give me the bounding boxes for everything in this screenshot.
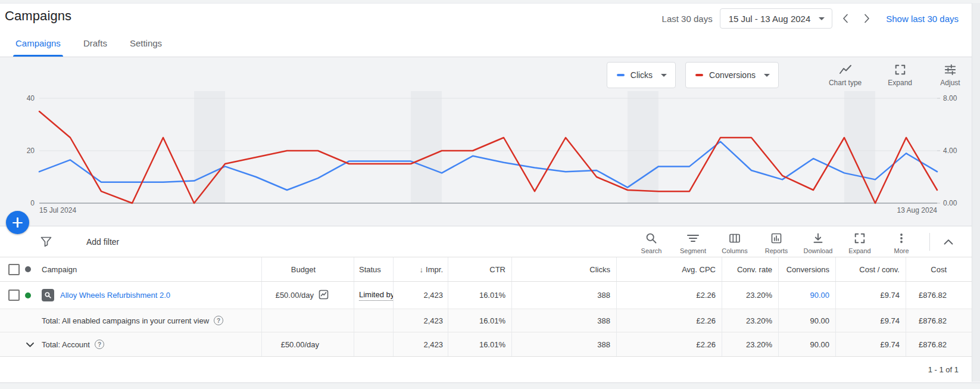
toolbar-label: Download <box>804 247 833 254</box>
column-header-budget[interactable]: Budget <box>261 257 354 281</box>
row-checkbox-cell <box>0 282 21 309</box>
tune-icon <box>944 64 956 76</box>
total-account-avg-cpc: £2.26 <box>616 332 722 356</box>
sort-descending-icon: ↓ <box>420 265 424 274</box>
toolbar-label: Search <box>641 247 662 254</box>
campaign-name-cell: Alloy Wheels Refurbishment 2.0 <box>42 282 261 309</box>
show-last-30-days-link[interactable]: Show last 30 days <box>886 14 959 24</box>
row-checkbox[interactable] <box>8 290 20 301</box>
left-axis-tick-label: 0 <box>30 199 35 207</box>
chart-type-button[interactable]: Chart type <box>829 64 862 87</box>
total-account-impr: 2,423 <box>393 332 448 356</box>
segment-button[interactable]: Segment <box>676 230 710 254</box>
metric-selector-label: Conversions <box>709 70 756 80</box>
help-icon[interactable] <box>214 316 223 325</box>
conversions-series-swatch <box>695 74 703 76</box>
help-icon[interactable] <box>95 340 104 349</box>
reports-button[interactable]: Reports <box>759 230 794 254</box>
total-view-impr: 2,423 <box>393 309 448 332</box>
more-button[interactable]: More <box>884 230 919 254</box>
metric-selector-clicks[interactable]: Clicks <box>607 62 676 88</box>
tab-settings[interactable]: Settings <box>129 32 163 57</box>
page-title: Campaigns <box>5 8 71 24</box>
date-range-picker[interactable]: 15 Jul - 13 Aug 2024 <box>720 8 833 29</box>
chevron-down-icon <box>661 74 667 77</box>
total-view-conv-rate: 23.20% <box>722 309 778 332</box>
column-header-avg-cpc[interactable]: Avg. CPC <box>616 257 722 281</box>
next-period-button[interactable] <box>859 9 875 28</box>
chart-tool-label: Chart type <box>829 79 862 87</box>
column-header-cost[interactable]: Cost <box>906 257 953 281</box>
vertical-scrollbar-track[interactable] <box>972 3 980 382</box>
conversions-link[interactable]: 90.00 <box>810 291 829 300</box>
time-series-chart[interactable]: 402008.004.000.0015 Jul 202413 Aug 2024 <box>0 84 980 226</box>
expand-account-total-button[interactable] <box>21 332 42 356</box>
total-account-budget: £50.00/day <box>261 332 354 356</box>
clicks-series-swatch <box>617 74 625 76</box>
total-account-clicks: 388 <box>511 332 616 356</box>
chart-adjust-button[interactable]: Adjust <box>938 64 962 87</box>
total-account-conversions: 90.00 <box>778 332 835 356</box>
total-view-avg-cpc: £2.26 <box>616 309 722 332</box>
chart-expand-button[interactable]: Expand <box>888 64 912 87</box>
column-header-campaign[interactable]: Campaign <box>42 257 261 281</box>
cost-cell: £876.82 <box>906 282 953 309</box>
campaign-name-link[interactable]: Alloy Wheels Refurbishment 2.0 <box>60 291 170 300</box>
header-checkbox-cell <box>0 257 21 281</box>
date-range-controls: Last 30 days 15 Jul - 13 Aug 2024 Show l… <box>662 8 959 29</box>
horizontal-scrollbar-track[interactable] <box>0 382 980 389</box>
right-axis-tick-label: 0.00 <box>943 199 957 207</box>
clicks-series-line <box>39 142 937 190</box>
column-header-impr[interactable]: ↓Impr. <box>393 257 448 281</box>
add-filter-button[interactable]: Add filter <box>86 237 119 247</box>
budget-value: £50.00/day <box>276 291 314 300</box>
x-axis-end-label: 13 Aug 2024 <box>897 206 938 214</box>
table-row-total-view: Total: All enabled campaigns in your cur… <box>0 309 980 332</box>
budget-cell[interactable]: £50.00/day <box>261 282 354 309</box>
chart-controls: Clicks Conversions Chart type Expa <box>597 62 962 88</box>
previous-period-button[interactable] <box>837 9 854 28</box>
filter-funnel-icon[interactable] <box>40 236 52 247</box>
right-axis-tick-label: 8.00 <box>943 94 957 102</box>
add-campaign-fab[interactable] <box>6 211 29 234</box>
table-header-row: Campaign Budget Status ↓Impr. CTR Clicks… <box>0 257 980 282</box>
metric-selector-label: Clicks <box>631 70 653 80</box>
impr-cell: 2,423 <box>393 282 448 309</box>
column-header-ctr[interactable]: CTR <box>448 257 511 281</box>
column-header-status[interactable]: Status <box>354 257 393 281</box>
status-cell: Limited by <box>354 282 393 309</box>
chevron-down-icon <box>764 74 770 77</box>
columns-button[interactable]: Columns <box>717 230 752 254</box>
date-range-preset-label: Last 30 days <box>662 14 713 24</box>
status-limited-by[interactable]: Limited by <box>359 290 393 301</box>
column-header-cost-per-conv[interactable]: Cost / conv. <box>835 257 906 281</box>
toolbar-label: More <box>894 247 909 254</box>
total-view-label: Total: All enabled campaigns in your cur… <box>42 316 209 325</box>
table-toolbar: Search Segment Columns Reports Download <box>627 226 959 257</box>
total-view-clicks: 388 <box>511 309 616 332</box>
expand-table-button[interactable]: Expand <box>842 230 877 254</box>
column-header-conversions[interactable]: Conversions <box>778 257 835 281</box>
budget-chart-icon <box>319 290 329 301</box>
total-view-label-cell: Total: All enabled campaigns in your cur… <box>42 309 261 332</box>
column-header-clicks[interactable]: Clicks <box>511 257 616 281</box>
tab-drafts[interactable]: Drafts <box>82 32 108 57</box>
filter-bar: Add filter Search Segment Columns Report… <box>0 226 980 257</box>
row-status-dot-cell <box>21 282 42 309</box>
column-header-conv-rate[interactable]: Conv. rate <box>722 257 778 281</box>
ctr-cell: 16.01% <box>448 282 511 309</box>
download-button[interactable]: Download <box>801 230 835 254</box>
cost-per-conv-cell: £9.74 <box>835 282 906 309</box>
metric-selector-conversions[interactable]: Conversions <box>685 62 779 88</box>
tab-campaigns[interactable]: Campaigns <box>14 32 62 57</box>
tab-bar: Campaigns Drafts Settings <box>14 32 183 57</box>
collapse-table-button[interactable] <box>938 232 959 252</box>
total-view-cost-per-conv: £9.74 <box>835 309 906 332</box>
total-view-ctr: 16.01% <box>448 309 511 332</box>
download-icon <box>812 232 824 245</box>
header-status-dot-cell[interactable] <box>21 257 42 281</box>
weekend-band <box>411 91 442 203</box>
clicks-cell: 388 <box>511 282 616 309</box>
search-button[interactable]: Search <box>634 230 669 254</box>
select-all-checkbox[interactable] <box>8 264 20 275</box>
